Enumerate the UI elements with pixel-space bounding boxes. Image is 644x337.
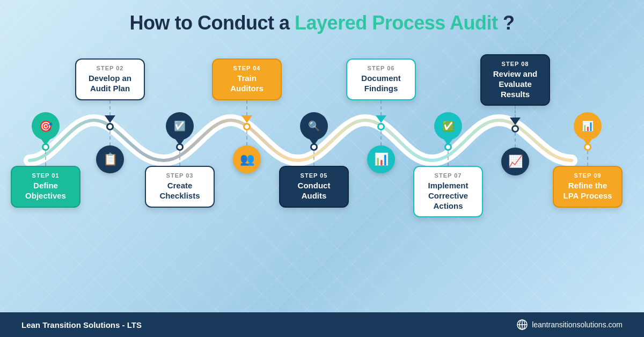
step03-label: CreateChecklists <box>153 181 206 201</box>
step-01: 🎯 STEP 01 DefineObjectives <box>11 112 80 208</box>
step02-label: Develop anAudit Plan <box>84 74 136 94</box>
step05-pin: 🔍 <box>300 112 328 145</box>
step03-pin: ☑️ <box>166 112 194 145</box>
step06-icon: 📊 <box>367 145 395 173</box>
step06-label: DocumentFindings <box>355 74 407 94</box>
step04-num: STEP 04 <box>221 65 273 71</box>
step08-num: STEP 08 <box>489 61 541 67</box>
step07-label: ImplementCorrectiveActions <box>422 181 474 211</box>
title-highlight: Layered Process Audit <box>295 12 497 34</box>
title-part2: ? <box>497 12 514 34</box>
step06-box: STEP 06 DocumentFindings <box>346 58 416 100</box>
step01-label: DefineObjectives <box>19 181 72 201</box>
step04-box: STEP 04 TrainAuditors <box>212 58 282 100</box>
step04-label: TrainAuditors <box>221 74 273 94</box>
steps-container: 🎯 STEP 01 DefineObjectives STEP 02 Devel… <box>0 42 644 273</box>
step02-num: STEP 02 <box>84 65 136 71</box>
step-04: STEP 04 TrainAuditors 👥 <box>212 58 282 173</box>
step05-label: ConductAudits <box>288 181 340 201</box>
step08-icon: 📈 <box>501 148 529 175</box>
step02-box: STEP 02 Develop anAudit Plan <box>75 58 145 100</box>
step01-box: STEP 01 DefineObjectives <box>11 166 80 208</box>
title-part1: How to Conduct a <box>130 12 295 34</box>
step07-box: STEP 07 ImplementCorrectiveActions <box>413 166 483 217</box>
step04-icon: 👥 <box>233 145 261 173</box>
footer-website: leantransitionsolutions.com <box>532 320 623 329</box>
step03-box: STEP 03 CreateChecklists <box>145 166 215 208</box>
step07-pin: ✅ <box>434 112 462 145</box>
step03-num: STEP 03 <box>153 172 206 179</box>
footer: Lean Transition Solutions - LTS leantran… <box>0 312 644 337</box>
step-08: STEP 08 Review andEvaluateResults 📈 <box>480 54 550 175</box>
step-06: STEP 06 DocumentFindings 📊 <box>346 58 416 173</box>
step-03: ☑️ STEP 03 CreateChecklists <box>145 112 215 208</box>
step-07: ✅ STEP 07 ImplementCorrectiveActions <box>413 112 483 217</box>
step-05: 🔍 STEP 05 ConductAudits <box>279 112 349 208</box>
step-02: STEP 02 Develop anAudit Plan 📋 <box>75 58 145 173</box>
step-09: 📊 STEP 09 Refine theLPA Process <box>553 112 623 208</box>
step09-num: STEP 09 <box>561 172 614 179</box>
step08-label: Review andEvaluateResults <box>489 69 541 99</box>
footer-right: leantransitionsolutions.com <box>517 319 623 330</box>
step01-num: STEP 01 <box>19 172 72 179</box>
footer-company: Lean Transition Solutions - LTS <box>21 320 142 329</box>
step08-box: STEP 08 Review andEvaluateResults <box>480 54 550 106</box>
step06-num: STEP 06 <box>355 65 407 71</box>
page-title: How to Conduct a Layered Process Audit ? <box>0 0 644 40</box>
step02-icon: 📋 <box>96 145 124 173</box>
globe-icon <box>517 319 528 330</box>
step09-pin: 📊 <box>574 112 602 145</box>
step09-box: STEP 09 Refine theLPA Process <box>553 166 623 208</box>
step05-num: STEP 05 <box>288 172 340 179</box>
step07-num: STEP 07 <box>422 172 474 179</box>
step09-label: Refine theLPA Process <box>561 181 614 201</box>
step01-pin: 🎯 <box>32 112 60 145</box>
step05-box: STEP 05 ConductAudits <box>279 166 349 208</box>
